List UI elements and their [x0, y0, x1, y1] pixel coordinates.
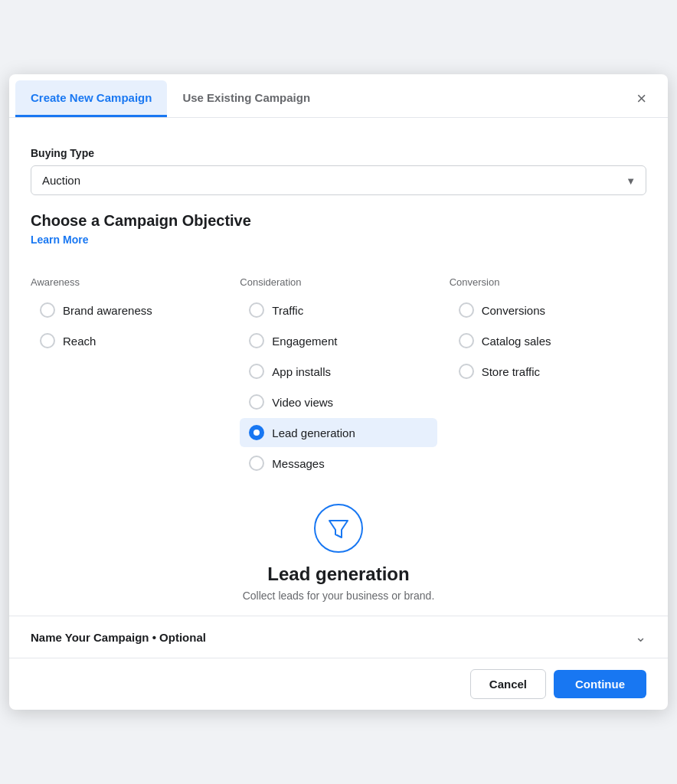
objective-section-title: Choose a Campaign Objective: [31, 212, 646, 230]
radio-reach: [40, 333, 55, 348]
radio-conversions: [459, 302, 474, 318]
create-campaign-modal: Create New Campaign Use Existing Campaig…: [9, 74, 668, 710]
option-label-engagement: Engagement: [272, 335, 337, 348]
radio-lead-generation: [249, 425, 264, 440]
option-label-catalog-sales: Catalog sales: [482, 335, 551, 348]
objectives-grid: Awareness Brand awareness Reach Consider…: [31, 276, 646, 479]
selected-objective-description: Collect leads for your business or brand…: [243, 590, 435, 602]
option-brand-awareness[interactable]: Brand awareness: [31, 296, 227, 325]
option-label-traffic: Traffic: [272, 304, 303, 317]
consideration-column-label: Consideration: [240, 276, 437, 288]
radio-dot-lead-generation: [253, 430, 260, 436]
radio-engagement: [249, 333, 264, 348]
radio-catalog-sales: [459, 333, 474, 348]
radio-traffic: [249, 302, 264, 318]
radio-brand-awareness: [40, 302, 55, 318]
selected-objective-info: Lead generation Collect leads for your b…: [31, 479, 646, 616]
option-catalog-sales[interactable]: Catalog sales: [450, 326, 646, 355]
tab-create-campaign[interactable]: Create New Campaign: [15, 80, 167, 117]
option-engagement[interactable]: Engagement: [240, 326, 437, 355]
option-label-reach: Reach: [63, 335, 96, 348]
lead-generation-icon-wrapper: [314, 504, 363, 553]
awareness-column-label: Awareness: [31, 276, 227, 288]
radio-video-views: [249, 394, 264, 410]
option-label-lead-generation: Lead generation: [272, 426, 355, 439]
option-label-conversions: Conversions: [482, 304, 545, 317]
modal-header: Create New Campaign Use Existing Campaig…: [9, 74, 668, 118]
funnel-icon: [326, 516, 351, 541]
objective-section: Choose a Campaign Objective Learn More A…: [31, 212, 646, 479]
cancel-button[interactable]: Cancel: [470, 669, 546, 699]
modal-footer: Cancel Continue: [9, 658, 668, 710]
option-reach[interactable]: Reach: [31, 326, 227, 355]
close-button[interactable]: ×: [630, 84, 652, 113]
modal-body: Buying Type Auction Reach and Frequency …: [9, 118, 668, 616]
option-label-brand-awareness: Brand awareness: [63, 304, 152, 317]
awareness-column: Awareness Brand awareness Reach: [31, 276, 227, 479]
conversion-column-label: Conversion: [450, 276, 646, 288]
learn-more-link[interactable]: Learn More: [31, 234, 88, 246]
buying-type-select[interactable]: Auction Reach and Frequency: [31, 165, 646, 195]
option-messages[interactable]: Messages: [240, 449, 437, 478]
option-label-messages: Messages: [272, 457, 324, 470]
radio-store-traffic: [459, 364, 474, 379]
option-lead-generation[interactable]: Lead generation: [240, 418, 437, 447]
option-video-views[interactable]: Video views: [240, 387, 437, 416]
selected-objective-title: Lead generation: [267, 564, 409, 585]
option-label-video-views: Video views: [272, 396, 333, 409]
campaign-name-section[interactable]: Name Your Campaign • Optional ⌄: [9, 616, 668, 658]
campaign-name-label: Name Your Campaign • Optional: [31, 631, 206, 644]
conversion-column: Conversion Conversions Catalog sales Sto…: [450, 276, 646, 479]
buying-type-section: Buying Type Auction Reach and Frequency …: [31, 147, 646, 195]
option-app-installs[interactable]: App installs: [240, 357, 437, 386]
tab-use-existing[interactable]: Use Existing Campaign: [167, 80, 325, 117]
svg-marker-0: [329, 521, 348, 537]
campaign-name-chevron-icon: ⌄: [635, 629, 646, 645]
radio-app-installs: [249, 364, 264, 379]
option-label-app-installs: App installs: [272, 365, 331, 378]
continue-button[interactable]: Continue: [554, 670, 646, 698]
option-traffic[interactable]: Traffic: [240, 296, 437, 325]
consideration-column: Consideration Traffic Engagement App ins…: [240, 276, 437, 479]
radio-messages: [249, 456, 264, 471]
buying-type-select-wrapper: Auction Reach and Frequency ▼: [31, 165, 646, 195]
option-store-traffic[interactable]: Store traffic: [450, 357, 646, 386]
option-label-store-traffic: Store traffic: [482, 365, 540, 378]
option-conversions[interactable]: Conversions: [450, 296, 646, 325]
buying-type-label: Buying Type: [31, 147, 646, 159]
